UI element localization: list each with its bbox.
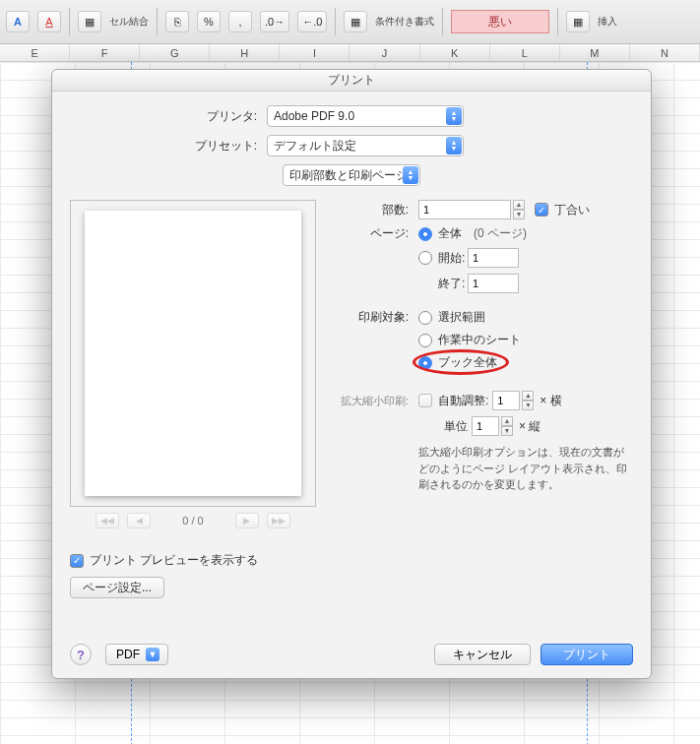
prev-page-button[interactable]: ◀ [127,513,151,528]
print-preview [70,200,316,507]
column-headers: E F G H I J K L M N [0,44,700,62]
copies-label: 部数: [334,202,409,218]
percent-button[interactable]: % [197,11,221,32]
pages-range-radio[interactable] [418,251,432,265]
pages-from-input[interactable] [468,248,519,268]
pdf-label: PDF [116,648,140,661]
help-button[interactable]: ? [70,644,92,665]
printer-value: Adobe PDF 9.0 [274,109,354,123]
scaling-help-text: 拡大縮小印刷オプションは、現在の文書がどのようにページ レイアウト表示され、印刷… [418,444,633,493]
pages-from-label: 開始: [438,250,468,267]
page-indicator: 0 / 0 [182,515,203,527]
font-color-button[interactable]: A [37,11,61,32]
merge-cells-button[interactable]: ▦ [78,11,101,32]
cancel-button[interactable]: キャンセル [434,644,531,665]
col-header[interactable]: F [70,44,140,61]
dialog-title: プリント [52,70,651,92]
col-header[interactable]: E [0,44,70,61]
insert-label: 挿入 [598,15,617,29]
col-header[interactable]: J [350,44,419,61]
target-workbook-label: ブック全体 [438,354,497,371]
chevron-down-icon: ▼ [146,648,159,661]
conditional-format-label: 条件付き書式 [375,15,434,29]
col-header[interactable]: K [420,44,490,61]
pages-to-label: 終了: [438,276,468,292]
col-header[interactable]: N [630,44,700,61]
target-activesheet-radio[interactable] [418,334,432,347]
comma-button[interactable]: , [228,11,252,32]
scaling-label: 拡大縮小印刷: [334,394,409,408]
first-page-button[interactable]: ◀◀ [95,513,119,528]
printer-label: プリンタ: [70,108,257,125]
printer-select[interactable]: Adobe PDF 9.0 ▲▼ [267,105,464,127]
fit-wide-stepper[interactable]: ▲▼ [522,391,534,410]
dropdown-arrows-icon: ▲▼ [403,166,418,184]
preset-value: デフォルト設定 [274,138,356,155]
next-page-button[interactable]: ▶ [235,513,259,528]
wide-suffix: × 横 [540,393,561,409]
col-header[interactable]: I [280,44,350,61]
pages-label: ページ: [334,225,409,242]
target-selection-radio[interactable] [418,311,432,325]
section-select[interactable]: 印刷部数と印刷ページ ▲▼ [283,164,420,186]
col-header[interactable]: M [560,44,630,61]
target-selection-label: 選択範囲 [438,309,485,326]
insert-button[interactable]: ▦ [566,11,590,32]
pdf-menu-button[interactable]: PDF ▼ [105,644,168,665]
fit-wide-input[interactable] [492,391,520,410]
target-activesheet-label: 作業中のシート [438,332,521,348]
last-page-button[interactable]: ▶▶ [267,513,290,528]
fit-tall-stepper[interactable]: ▲▼ [501,416,513,436]
col-header[interactable]: H [210,44,280,61]
preset-label: プリセット: [70,138,257,155]
section-value: 印刷部数と印刷ページ [289,167,408,184]
number-format-button[interactable]: ⎘ [165,11,189,32]
dropdown-arrows-icon: ▲▼ [446,137,462,155]
pages-all-radio[interactable] [418,227,432,241]
preset-select[interactable]: デフォルト設定 ▲▼ [267,135,464,156]
conditional-format-button[interactable]: ▦ [344,11,367,32]
merge-cells-label: セル結合 [109,15,149,29]
collate-label: 丁合い [554,202,590,218]
collate-checkbox[interactable]: ✓ [535,203,548,217]
pages-count: (0 ページ) [474,225,527,242]
copies-stepper[interactable]: ▲▼ [513,200,525,219]
dropdown-arrows-icon: ▲▼ [446,107,462,125]
col-header[interactable]: G [140,44,210,61]
fit-tall-input[interactable] [472,416,499,436]
tall-suffix: × 縦 [519,418,541,435]
preview-page [85,211,301,496]
fit-label: 自動調整: [438,393,488,409]
copies-input[interactable] [418,200,511,219]
font-underline-button[interactable]: A [6,11,30,32]
cell-style-bad[interactable]: 悪い [451,10,549,33]
show-preview-label: プリント プレビューを表示する [90,552,258,569]
show-preview-checkbox[interactable]: ✓ [70,554,84,568]
print-button[interactable]: プリント [541,644,633,665]
page-setup-button[interactable]: ページ設定... [70,577,164,598]
pages-all-label: 全体 [438,225,462,242]
unit-label: 単位 [444,418,468,435]
increase-decimal-button[interactable]: .0→ [260,11,289,32]
decrease-decimal-button[interactable]: ←.0 [297,11,327,32]
col-header[interactable]: L [490,44,560,61]
print-dialog: プリント プリンタ: Adobe PDF 9.0 ▲▼ プリセット: デフォルト… [51,69,652,679]
pages-to-input[interactable] [468,274,519,293]
ribbon-toolbar: A A ▦ セル結合 ⎘ % , .0→ ←.0 ▦ 条件付き書式 悪い ▦ 挿… [0,0,700,44]
print-target-label: 印刷対象: [334,309,409,326]
fit-checkbox[interactable]: ✓ [418,394,432,407]
target-workbook-radio[interactable] [418,356,432,370]
